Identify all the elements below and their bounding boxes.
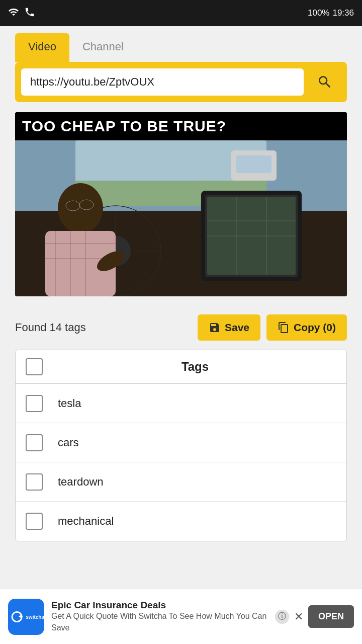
tab-channel[interactable]: Channel: [69, 33, 137, 62]
tags-section: Found 14 tags Save Copy (0): [0, 306, 362, 549]
ad-info-button[interactable]: ⓘ: [275, 610, 289, 624]
tag-row: mechanical: [16, 502, 346, 541]
tag-row: teardown: [16, 462, 346, 502]
save-button[interactable]: Save: [198, 314, 260, 341]
tags-column-header: Tags: [54, 360, 336, 374]
tag-checkbox-tesla[interactable]: [26, 395, 43, 412]
ad-banner: switcha Epic Car Insurance Deals Get A Q…: [0, 589, 362, 644]
ad-content: Epic Car Insurance Deals Get A Quick Quo…: [51, 600, 268, 633]
ad-open-button[interactable]: OPEN: [308, 605, 354, 628]
tab-video[interactable]: Video: [15, 33, 69, 62]
time-display: 19:36: [332, 8, 354, 18]
svg-point-20: [58, 183, 103, 233]
copy-button[interactable]: Copy (0): [266, 314, 347, 341]
tag-value-tesla: tesla: [54, 397, 336, 410]
tag-row: cars: [16, 423, 346, 462]
row-checkbox-col: [26, 434, 54, 451]
video-title: TOO CHEAP TO BE TRUE?: [15, 112, 347, 140]
tag-checkbox-mechanical[interactable]: [26, 513, 43, 530]
select-all-checkbox[interactable]: [26, 358, 43, 375]
battery-percent: 100%: [308, 8, 329, 18]
tag-row: tesla: [16, 384, 346, 423]
video-image: [15, 140, 347, 296]
signal-icon: [8, 7, 19, 20]
tags-table-header: Tags: [16, 350, 346, 384]
status-bar: 100% 19:36: [0, 0, 362, 26]
tab-bar: Video Channel: [0, 26, 362, 62]
copy-icon: [278, 321, 290, 334]
search-bar: [15, 62, 347, 102]
search-icon: [317, 74, 333, 90]
row-checkbox-col: [26, 395, 54, 412]
ad-app-icon: switcha: [8, 599, 44, 635]
video-thumbnail: TOO CHEAP TO BE TRUE?: [15, 112, 347, 296]
main-container: Video Channel TOO CHEAP TO BE TRUE?: [0, 26, 362, 549]
row-checkbox-col: [26, 473, 54, 491]
header-checkbox-col: [26, 358, 54, 375]
ad-title: Epic Car Insurance Deals: [51, 600, 268, 611]
svg-point-31: [8, 608, 26, 625]
ad-app-name: switcha: [26, 614, 44, 620]
tag-value-cars: cars: [54, 436, 336, 449]
found-tags-label: Found 14 tags: [15, 321, 86, 334]
tag-value-teardown: teardown: [54, 475, 336, 489]
save-icon: [209, 321, 221, 334]
tag-value-mechanical: mechanical: [54, 515, 336, 528]
tag-checkbox-cars[interactable]: [26, 434, 43, 451]
status-icons-right: 100% 19:36: [308, 8, 354, 18]
tags-header: Found 14 tags Save Copy (0): [15, 314, 347, 341]
thumbnail-svg: [15, 140, 347, 296]
tag-checkbox-teardown[interactable]: [26, 473, 43, 491]
ad-subtitle: Get A Quick Quote With Switcha To See Ho…: [51, 611, 268, 633]
row-checkbox-col: [26, 513, 54, 530]
search-button[interactable]: [309, 68, 341, 96]
phone-icon: [24, 7, 35, 20]
ad-close-button[interactable]: ✕: [294, 610, 303, 623]
action-buttons: Save Copy (0): [198, 314, 347, 341]
url-input[interactable]: [21, 68, 304, 96]
tags-table: Tags tesla cars teardow: [15, 350, 347, 541]
ad-actions: ⓘ ✕ OPEN: [275, 605, 354, 628]
svg-rect-4: [236, 155, 272, 173]
switcha-icon: [8, 606, 26, 628]
status-icons-left: [8, 7, 35, 20]
